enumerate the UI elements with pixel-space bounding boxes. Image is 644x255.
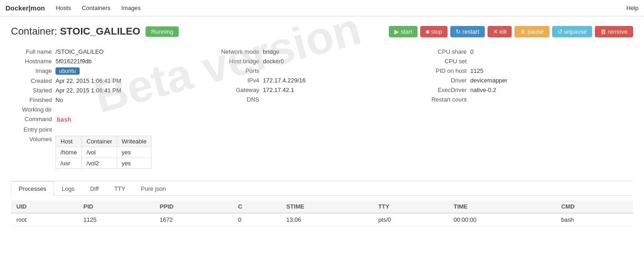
col-uid: UID bbox=[11, 200, 78, 213]
working-dir-row: Working dir bbox=[11, 106, 209, 113]
process-table-wrap: UID PID PPID C STIME TTY TIME CMD root11… bbox=[11, 196, 633, 226]
tab-processes[interactable]: Processes bbox=[11, 181, 54, 196]
started-value: Apr 22, 2015 1:06:41 PM bbox=[55, 87, 121, 94]
col-cmd: CMD bbox=[556, 200, 633, 213]
vol-cell-host: /usr bbox=[56, 158, 82, 169]
pid-on-host-row: PID on host 1125 bbox=[426, 67, 624, 74]
proc-cell-time: 00:00:00 bbox=[448, 213, 556, 226]
vol-header-host: Host bbox=[56, 136, 82, 147]
hostname-label: Hostname bbox=[11, 58, 52, 65]
restart-count-row: Restart count bbox=[426, 96, 624, 103]
entry-point-row: Entry point bbox=[11, 126, 209, 133]
cpu-share-label: CPU share bbox=[426, 48, 467, 55]
driver-row: Driver devicemapper bbox=[426, 77, 624, 84]
host-bridge-value: docker0 bbox=[263, 58, 284, 65]
command-label: Command bbox=[11, 116, 52, 122]
gateway-row: Gateway 172.17.42.1 bbox=[218, 87, 417, 93]
info-middle: Network mode bridge Host bridge docker0 … bbox=[218, 48, 426, 172]
exec-driver-value: native-0.2 bbox=[470, 87, 496, 93]
started-label: Started bbox=[11, 87, 52, 94]
proc-cell-uid: root bbox=[11, 213, 78, 226]
volumes-row: Volumes Host Container Writeable bbox=[11, 136, 209, 169]
info-left: Full name /STOIC_GALILEO Hostname 5f0162… bbox=[11, 48, 218, 172]
entry-point-label: Entry point bbox=[11, 126, 52, 133]
tab-logs[interactable]: Logs bbox=[54, 181, 82, 196]
pid-on-host-label: PID on host bbox=[426, 67, 467, 74]
volumes-label: Volumes bbox=[11, 136, 52, 143]
process-table: UID PID PPID C STIME TTY TIME CMD root11… bbox=[11, 200, 633, 226]
restart-button[interactable]: ↻ restart bbox=[450, 26, 484, 37]
driver-value: devicemapper bbox=[470, 77, 508, 84]
created-label: Created bbox=[11, 77, 52, 84]
command-row: Command bash bbox=[11, 116, 209, 123]
finished-value: No bbox=[55, 97, 63, 103]
kill-button[interactable]: ✕ kill bbox=[488, 26, 512, 37]
driver-label: Driver bbox=[426, 77, 467, 84]
vol-cell-writeable: yes bbox=[117, 158, 151, 169]
vol-cell-container: /vol2 bbox=[82, 158, 117, 169]
network-mode-row: Network mode bridge bbox=[218, 48, 417, 55]
tab-pure-json[interactable]: Pure json bbox=[133, 181, 174, 196]
volume-row: /usr/vol2yes bbox=[56, 158, 151, 169]
volumes-table-wrap: Host Container Writeable /home/volyes/us… bbox=[55, 136, 151, 169]
finished-label: Finished bbox=[11, 97, 52, 103]
vol-cell-host: /home bbox=[56, 147, 82, 158]
vol-cell-container: /vol bbox=[82, 147, 117, 158]
unpause-button[interactable]: ↺ unpause bbox=[552, 26, 593, 37]
network-mode-value: bridge bbox=[263, 48, 279, 55]
created-row: Created Apr 22, 2015 1:06:41 PM bbox=[11, 77, 209, 84]
vol-header-writeable: Writeable bbox=[117, 136, 151, 147]
action-buttons: ▶ start ■ stop ↻ restart ✕ kill ⏸ pause … bbox=[389, 26, 633, 37]
tab-diff[interactable]: Diff bbox=[82, 181, 106, 196]
finished-row: Finished No bbox=[11, 97, 209, 103]
started-row: Started Apr 22, 2015 1:06:41 PM bbox=[11, 87, 209, 94]
info-right: CPU share 0 CPU set PID on host 1125 Dri… bbox=[426, 48, 633, 172]
host-bridge-label: Host bridge bbox=[218, 58, 259, 65]
cpu-share-value: 0 bbox=[470, 48, 473, 55]
exec-driver-label: ExecDriver bbox=[426, 87, 467, 93]
proc-cell-c: 0 bbox=[233, 213, 281, 226]
remove-button[interactable]: 🗑 remove bbox=[595, 26, 633, 37]
network-mode-label: Network mode bbox=[218, 48, 259, 55]
dns-row: DNS bbox=[218, 96, 417, 103]
working-dir-label: Working dir bbox=[11, 106, 52, 113]
ipv4-label: IPv4 bbox=[218, 77, 259, 84]
info-section: Full name /STOIC_GALILEO Hostname 5f0162… bbox=[11, 48, 633, 172]
cpu-set-row: CPU set bbox=[426, 58, 624, 65]
full-name-label: Full name bbox=[11, 48, 52, 55]
full-name-row: Full name /STOIC_GALILEO bbox=[11, 48, 209, 55]
proc-cell-ppid: 1672 bbox=[154, 213, 232, 226]
stop-button[interactable]: ■ stop bbox=[420, 26, 448, 37]
full-name-value: /STOIC_GALILEO bbox=[55, 48, 104, 55]
process-row: root11251672013:06pts/000:00:00bash bbox=[11, 213, 633, 226]
container-name: STOIC_GALILEO bbox=[60, 26, 141, 37]
image-row: Image ubuntu bbox=[11, 67, 209, 75]
proc-cell-tty: pts/0 bbox=[373, 213, 448, 226]
hostname-value: 5f016221f9db bbox=[55, 58, 92, 65]
col-stime: STIME bbox=[281, 200, 372, 213]
status-badge: Running bbox=[146, 26, 178, 37]
nav-links: Hosts Containers Images bbox=[54, 1, 627, 15]
command-value: bash bbox=[55, 116, 72, 123]
pause-button[interactable]: ⏸ pause bbox=[514, 26, 549, 37]
help-link[interactable]: Help bbox=[626, 5, 639, 11]
container-header: Container: STOIC_GALILEO Running ▶ start… bbox=[11, 26, 633, 37]
tabs-nav: Processes Logs Diff TTY Pure json bbox=[11, 181, 633, 196]
nav-images[interactable]: Images bbox=[120, 1, 143, 15]
col-time: TIME bbox=[448, 200, 556, 213]
restart-count-label: Restart count bbox=[426, 96, 467, 103]
ipv4-row: IPv4 172.17.4.229/16 bbox=[218, 77, 417, 84]
ipv4-value: 172.17.4.229/16 bbox=[263, 77, 306, 84]
gateway-value: 172.17.42.1 bbox=[263, 87, 294, 93]
hostname-row: Hostname 5f016221f9db bbox=[11, 58, 209, 65]
nav-containers[interactable]: Containers bbox=[80, 1, 112, 15]
app-brand: Docker|mon bbox=[5, 4, 45, 12]
col-ppid: PPID bbox=[154, 200, 232, 213]
start-button[interactable]: ▶ start bbox=[389, 26, 418, 37]
dns-label: DNS bbox=[218, 96, 259, 103]
col-tty: TTY bbox=[373, 200, 448, 213]
tab-tty[interactable]: TTY bbox=[106, 181, 133, 196]
exec-driver-row: ExecDriver native-0.2 bbox=[426, 87, 624, 93]
nav-hosts[interactable]: Hosts bbox=[54, 1, 73, 15]
vol-header-container: Container bbox=[82, 136, 117, 147]
